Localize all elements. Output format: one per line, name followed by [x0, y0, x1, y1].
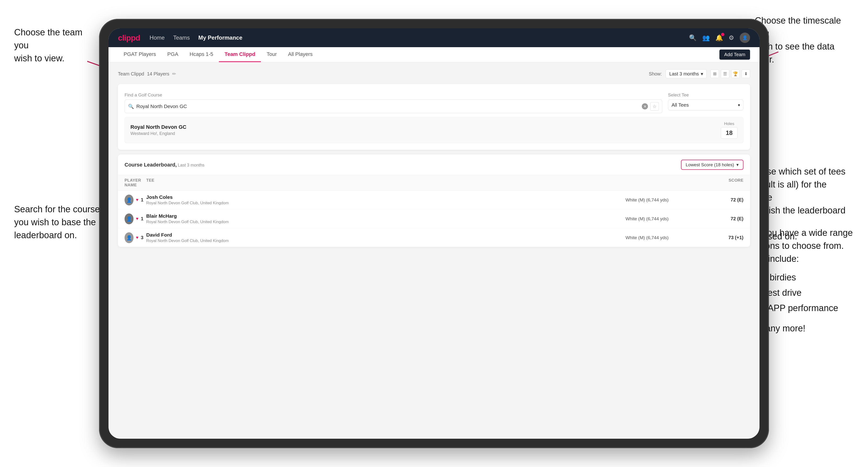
course-result-left: Royal North Devon GC Westward Ho!, Engla… — [130, 124, 186, 136]
player-name-3: David Ford — [146, 232, 625, 238]
sort-chevron-icon: ▾ — [736, 162, 739, 167]
sub-tab-teamclippd[interactable]: Team Clippd — [219, 47, 261, 62]
player-avatar-3: 👤 — [125, 232, 133, 243]
rank-cell-3: 👤 ♥ 3 — [125, 232, 144, 243]
golf-course-search-field[interactable]: 🔍 Royal North Devon GC ✕ ☆ — [125, 99, 662, 113]
table-row: 👤 ♥ 1 Blair McHarg Royal North Devon Gol… — [118, 210, 750, 228]
sub-tab-tour[interactable]: Tour — [261, 47, 282, 62]
course-result: Royal North Devon GC Westward Ho!, Engla… — [125, 117, 743, 143]
rank-cell-1: 👤 ♥ 1 — [125, 195, 144, 206]
rank-3: 3 — [141, 235, 144, 240]
search-icon[interactable]: 🔍 — [689, 34, 696, 41]
holes-badge: Holes 18 — [721, 121, 738, 139]
rank-cell-2: 👤 ♥ 1 — [125, 214, 144, 224]
annotation-bottom-left: Search for the course you wish to base t… — [14, 203, 100, 242]
show-value: Last 3 months — [669, 71, 699, 76]
sub-nav-tabs: PGAT Players PGA Hcaps 1-5 Team Clippd T… — [118, 47, 318, 62]
team-header: Team Clippd 14 Players ✏ Show: Last 3 mo… — [118, 69, 750, 78]
tee-label: Select Tee — [668, 92, 743, 98]
leaderboard-subtitle: Last 3 months — [178, 163, 205, 167]
ann-bl-line2: you wish to base the — [14, 217, 96, 227]
notification-badge — [721, 33, 724, 36]
golf-course-value: Royal North Devon GC — [136, 103, 640, 109]
player-club-2: Royal North Devon Golf Club, United King… — [146, 220, 625, 224]
nav-link-myperformance[interactable]: My Performance — [198, 34, 243, 41]
player-tee-1: White (M) (6,744 yds) — [625, 197, 696, 203]
player-avatar-2: 👤 — [125, 214, 133, 224]
player-name-1: Josh Coles — [146, 194, 625, 200]
table-row: 👤 ♥ 1 Josh Coles Royal North Devon Golf … — [118, 191, 750, 210]
holes-label: Holes — [721, 121, 738, 126]
col-header-tee: TEE — [144, 178, 625, 187]
settings-icon[interactable]: ⚙ — [728, 34, 734, 41]
col-header-score: SCORE — [696, 178, 743, 187]
edit-icon[interactable]: ✏ — [172, 71, 176, 76]
add-team-button[interactable]: Add Team — [719, 50, 750, 60]
tee-value: All Tees — [672, 102, 736, 108]
course-name: Royal North Devon GC — [130, 124, 186, 130]
rank-2: 1 — [141, 216, 144, 221]
leaderboard-header: Course Leaderboard, Last 3 months Lowest… — [118, 154, 750, 175]
player-info-1: Josh Coles Royal North Devon Golf Club, … — [144, 194, 625, 206]
ann-tl-line1: Choose the team you — [14, 27, 82, 50]
download-icon[interactable]: ⬇ — [742, 69, 750, 78]
sub-tab-pgat[interactable]: PGAT Players — [118, 47, 161, 62]
leaderboard-panel: Course Leaderboard, Last 3 months Lowest… — [118, 154, 750, 247]
tablet-screen: clippd Home Teams My Performance 🔍 👥 🔔 ⚙… — [108, 28, 760, 439]
player-score-1: 72 (E) — [696, 197, 743, 203]
tee-field-wrap: Select Tee All Tees ▾ — [668, 92, 743, 111]
sort-label: Lowest Score (18 holes) — [686, 162, 734, 167]
sub-nav: PGAT Players PGA Hcaps 1-5 Team Clippd T… — [108, 47, 760, 62]
view-icons: ⊞ ☰ 🏆 ⬇ — [710, 69, 750, 78]
search-row: Find a Golf Course 🔍 Royal North Devon G… — [125, 92, 743, 113]
trophy-icon[interactable]: 🏆 — [731, 69, 740, 78]
ann-tl-line2: wish to view. — [14, 53, 64, 63]
nav-icons: 🔍 👥 🔔 ⚙ 👤 — [689, 33, 750, 43]
ann-bl-line1: Search for the course — [14, 204, 100, 214]
search-clear-button[interactable]: ✕ — [642, 103, 648, 110]
search-icon-inner: 🔍 — [128, 103, 134, 109]
rank-1: 1 — [141, 197, 144, 203]
player-count: 14 Players — [147, 71, 169, 76]
bell-icon[interactable]: 🔔 — [715, 34, 723, 41]
tee-select[interactable]: All Tees ▾ — [668, 99, 743, 111]
team-name: Team Clippd — [118, 71, 144, 76]
heart-icon-1[interactable]: ♥ — [136, 197, 138, 203]
tee-chevron-icon: ▾ — [738, 103, 740, 107]
team-controls: Show: Last 3 months ▾ ⊞ ☰ 🏆 ⬇ — [649, 69, 750, 78]
user-avatar[interactable]: 👤 — [740, 33, 750, 43]
people-icon[interactable]: 👥 — [702, 34, 710, 41]
col-header-player: PLAYER NAME — [125, 178, 144, 187]
main-content: Team Clippd 14 Players ✏ Show: Last 3 mo… — [108, 62, 760, 254]
sub-tab-allplayers[interactable]: All Players — [282, 47, 318, 62]
leaderboard-title: Course Leaderboard, — [125, 162, 177, 168]
player-info-3: David Ford Royal North Devon Golf Club, … — [144, 232, 625, 243]
player-club-3: Royal North Devon Golf Club, United King… — [146, 239, 625, 243]
sub-tab-hcaps[interactable]: Hcaps 1-5 — [184, 47, 219, 62]
tablet-frame: clippd Home Teams My Performance 🔍 👥 🔔 ⚙… — [99, 19, 769, 448]
search-panel: Find a Golf Course 🔍 Royal North Devon G… — [118, 84, 750, 150]
player-name-2: Blair McHarg — [146, 213, 625, 219]
nav-link-teams[interactable]: Teams — [173, 34, 190, 41]
show-select[interactable]: Last 3 months ▾ — [665, 69, 707, 78]
course-location: Westward Ho!, England — [130, 131, 186, 136]
grid-view-icon[interactable]: ⊞ — [710, 69, 719, 78]
player-tee-3: White (M) (6,744 yds) — [625, 235, 696, 240]
show-label: Show: — [649, 71, 662, 76]
player-tee-2: White (M) (6,744 yds) — [625, 216, 696, 221]
heart-icon-2[interactable]: ♥ — [136, 216, 138, 221]
search-field-wrap: Find a Golf Course 🔍 Royal North Devon G… — [125, 92, 662, 113]
player-score-2: 72 (E) — [696, 216, 743, 221]
leaderboard-table-header: PLAYER NAME TEE SCORE — [118, 175, 750, 191]
player-info-2: Blair McHarg Royal North Devon Golf Club… — [144, 213, 625, 224]
heart-icon-3[interactable]: ♥ — [136, 235, 138, 240]
search-star-button[interactable]: ☆ — [650, 102, 659, 111]
chevron-down-icon: ▾ — [701, 71, 703, 76]
sort-dropdown[interactable]: Lowest Score (18 holes) ▾ — [681, 160, 743, 170]
nav-link-home[interactable]: Home — [150, 34, 165, 41]
leaderboard-title-wrap: Course Leaderboard, Last 3 months — [125, 162, 205, 168]
list-view-icon[interactable]: ☰ — [721, 69, 729, 78]
player-score-3: 73 (+1) — [696, 235, 743, 240]
leaderboard-table: PLAYER NAME TEE SCORE 👤 ♥ 1 Josh — [118, 175, 750, 247]
sub-tab-pga[interactable]: PGA — [161, 47, 184, 62]
